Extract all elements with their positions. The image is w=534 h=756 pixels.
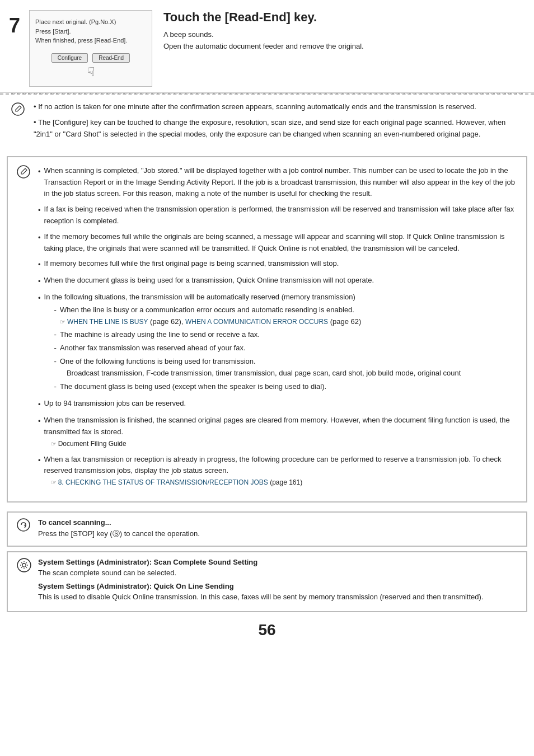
screen-line1: Place next original. (Pg.No.X) [35, 17, 146, 27]
svg-point-0 [12, 103, 24, 115]
note-text-0: If no action is taken for one minute aft… [38, 102, 476, 111]
bullet-text-6: Up to 94 transmission jobs can be reserv… [44, 398, 517, 411]
sub-item-5-3: - One of the following functions is bein… [54, 356, 517, 379]
svg-point-3 [17, 519, 30, 531]
cancel-title: To cancel scanning... [38, 518, 517, 527]
book-ref-8: ☞ 8. CHECKING THE STATUS OF TRANSMISSION… [51, 478, 303, 486]
bullet-item-7: • When the transmission is finished, the… [38, 415, 517, 449]
sub-list-5: - When the line is busy or a communicati… [54, 304, 517, 393]
svg-point-5 [22, 564, 26, 567]
bullet-dot-1: • [38, 205, 41, 227]
bullet-item-1: • If a fax is being received when the tr… [38, 204, 517, 227]
svg-point-4 [17, 558, 31, 572]
bullet-text-1: If a fax is being received when the tran… [44, 204, 517, 227]
main-content: • When scanning is completed, "Job store… [7, 156, 527, 503]
book-ref-7: ☞ Document Filing Guide [51, 440, 127, 448]
main-note-icon [17, 165, 32, 492]
bullet-text-3: If memory becomes full while the first o… [44, 258, 517, 271]
sys-title1: System Settings (Administrator): Scan Co… [38, 558, 517, 566]
sys-box: System Settings (Administrator): Scan Co… [7, 551, 527, 613]
step-desc2: Open the automatic document feeder and r… [163, 41, 523, 53]
sys-icon [17, 558, 32, 574]
ref2-page: page 161 [272, 478, 300, 486]
bullet-dot-4: • [38, 276, 41, 288]
bullet-text-8: When a fax transmission or reception is … [44, 455, 502, 475]
step-content: Place next original. (Pg.No.X) Press [St… [29, 10, 534, 87]
link-checking-status[interactable]: 8. CHECKING THE STATUS OF TRANSMISSION/R… [58, 478, 268, 486]
sub-item-5-4: - The document glass is being used (exce… [54, 381, 517, 393]
sub-text-5-4: The document glass is being used (except… [60, 381, 326, 393]
hand-icon: ☟ [35, 65, 146, 79]
step-title: Touch the [Read-End] key. [163, 10, 523, 25]
bullet-dot-3: • [38, 259, 41, 271]
bullet-item-3: • If memory becomes full while the first… [38, 258, 517, 271]
top-notes: • If no action is taken for one minute a… [0, 93, 534, 147]
step-desc1: A beep sounds. [163, 29, 523, 41]
sub-item-5-0: - When the line is busy or a communicati… [54, 304, 517, 328]
sys-text1: The scan complete sound can be selected. [38, 567, 517, 579]
sub-item-5-1: - The machine is already using the line … [54, 329, 517, 341]
step-number-col: 7 [0, 10, 29, 87]
read-end-button[interactable]: Read-End [92, 53, 130, 63]
step-number: 7 [9, 16, 20, 36]
buttons-row: Configure Read-End [35, 53, 146, 63]
bullet-item-0: • When scanning is completed, "Job store… [38, 165, 517, 200]
main-pencil-icon [17, 165, 30, 179]
note-icon-top [11, 101, 27, 140]
bullet-dot-5: • [38, 293, 41, 394]
sys-content: System Settings (Administrator): Scan Co… [38, 558, 517, 606]
screen-text: Place next original. (Pg.No.X) Press [St… [35, 17, 146, 45]
bullet-item-5: • In the following situations, the trans… [38, 292, 517, 394]
gear-icon [17, 558, 31, 572]
svg-point-2 [17, 166, 30, 178]
page-number: 56 [0, 621, 534, 639]
bullet-dot-0: • [38, 166, 41, 200]
step-illustration: Place next original. (Pg.No.X) Press [St… [29, 10, 152, 87]
sub-text-5-0: When the line is busy or a communication… [60, 304, 362, 328]
sub-item-5-2: - Another fax transmission was reserved … [54, 342, 517, 354]
bullet-dot-2: • [38, 232, 41, 255]
bullet-item-2: • If the memory becomes full while the o… [38, 231, 517, 255]
note-text-1: The [Configure] key can be touched to ch… [34, 118, 505, 138]
configure-button[interactable]: Configure [51, 53, 88, 63]
sub-dash-5-0: - [54, 304, 57, 328]
bullet-text-7: When the transmission is finished, the s… [44, 416, 510, 436]
sys-title2: System Settings (Administrator): Quick O… [38, 582, 517, 590]
bullet-text-0: When scanning is completed, "Job stored.… [44, 165, 517, 200]
cancel-icon [17, 518, 32, 533]
link-line-busy[interactable]: WHEN THE LINE IS BUSY [67, 318, 148, 326]
doc-filing-ref: Document Filing Guide [58, 440, 127, 448]
bullet-text-4: When the document glass is being used fo… [44, 275, 517, 288]
note-bullet-0: • [34, 102, 38, 111]
sys-text2: This is used to disable Quick Online tra… [38, 591, 517, 603]
bullet-text-5: In the following situations, the transmi… [44, 292, 517, 394]
stop-icon [17, 518, 30, 532]
sub-text-5-1: The machine is already using the line to… [60, 329, 260, 341]
bullet-item-6: • Up to 94 transmission jobs can be rese… [38, 398, 517, 411]
note-items-top: • If no action is taken for one minute a… [34, 101, 523, 140]
sub-text-5-2: Another fax transmission was reserved ah… [60, 342, 246, 354]
cancel-content: To cancel scanning... Press the [STOP] k… [38, 518, 517, 540]
step-description: Touch the [Read-End] key. A beep sounds.… [163, 10, 523, 87]
cancel-text: Press the [STOP] key (Ⓢ) to cancel the o… [38, 528, 517, 540]
main-bullet-list: • When scanning is completed, "Job store… [38, 165, 517, 492]
note-item-1: • The [Configure] key can be touched to … [34, 117, 523, 140]
cancel-box: To cancel scanning... Press the [STOP] k… [7, 511, 527, 547]
step-section: 7 Place next original. (Pg.No.X) Press [… [0, 0, 534, 93]
sub-text-5-3: One of the following functions is being … [60, 357, 256, 365]
screen-line2: Press [Start]. [35, 27, 146, 36]
bullet-5-text: In the following situations, the transmi… [44, 293, 355, 301]
bullet-item-4: • When the document glass is being used … [38, 275, 517, 288]
bullet-item-8: • When a fax transmission or reception i… [38, 454, 517, 489]
book-ref-5-0: ☞ WHEN THE LINE IS BUSY (page 62), WHEN … [60, 317, 362, 326]
pencil-icon [11, 102, 25, 116]
bullet-text-2: If the memory becomes full while the ori… [44, 231, 517, 255]
sub-extra-5-3: Broadcast transmission, F-code transmiss… [67, 369, 461, 377]
note-bullet-1: • [34, 118, 38, 126]
main-note-row: • When scanning is completed, "Job store… [17, 165, 517, 492]
page: 7 Place next original. (Pg.No.X) Press [… [0, 0, 534, 756]
screen-line3: When finished, press [Read-End]. [35, 36, 146, 45]
note-item-0: • If no action is taken for one minute a… [34, 101, 523, 113]
link-comm-error[interactable]: WHEN A COMMUNICATION ERROR OCCURS [185, 318, 328, 326]
